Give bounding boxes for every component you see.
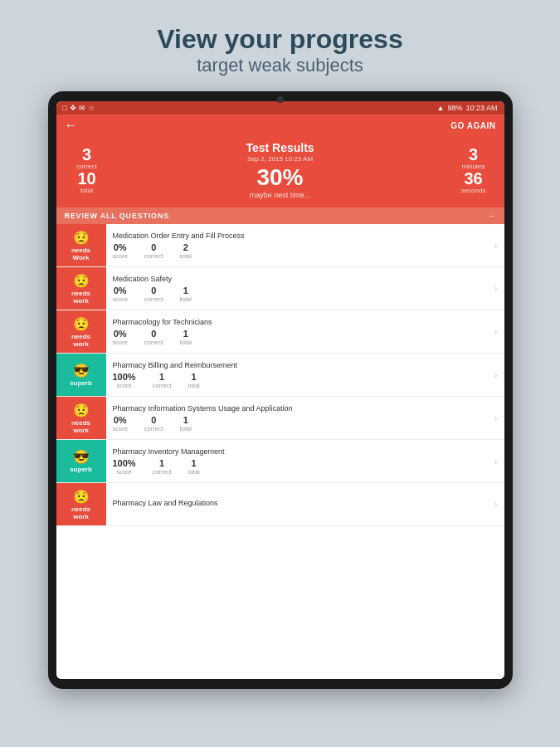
stat-total: 1 total [188,459,200,476]
test-title: Test Results [108,141,453,154]
badge-icon: 😟 [73,273,90,289]
stat-correct: 0 correct [144,286,163,303]
stat-score: 100% score [113,459,136,476]
status-icons: □ ❖ ✉ ☆ [63,104,95,112]
subject-arrow: › [488,310,504,353]
subject-badge: 😟 needswork [56,310,106,353]
stat-correct: 0 correct [144,243,163,260]
subject-badge: 😎 superb [56,354,106,396]
stat-total: 1 total [180,330,192,346]
badge-icon: 😎 [73,449,90,465]
subject-badge: 😟 needswork [56,267,106,310]
status-icon-3: ✉ [79,104,85,112]
tablet-camera [277,96,284,103]
list-item[interactable]: 😟 needswork Pharmacology for Technicians… [56,310,504,354]
back-button[interactable]: ← [65,118,78,133]
subject-arrow: › [488,224,504,266]
correct-side: 3 correct 10 total [66,146,108,194]
list-item[interactable]: 😎 superb Pharmacy Billing and Reimbursem… [56,354,504,397]
subject-content: Pharmacy Information Systems Usage and A… [106,397,488,439]
review-bar[interactable]: REVIEW ALL QUESTIONS → [56,208,504,224]
stat-correct: 0 correct [144,416,163,432]
stat-correct: 0 correct [144,330,163,346]
status-icon-2: ❖ [70,104,76,112]
subject-stats: 0% score 0 correct 2 total [113,243,481,260]
subject-content: Pharmacology for Technicians 0% score 0 … [106,310,488,353]
status-icon-4: ☆ [88,104,95,112]
header-line2: target weak subjects [157,55,402,76]
minutes-label: minutes [453,163,494,170]
total-count: 10 [66,170,108,187]
subject-badge: 😎 superb [56,440,106,482]
subject-stats: 0% score 0 correct 1 total [113,330,481,346]
go-again-button[interactable]: GO AGAIN [450,121,495,130]
subject-name: Medication Order Entry and Fill Process [113,232,481,240]
status-icon-1: □ [63,104,67,112]
list-item[interactable]: 😟 needswork Pharmacy Information Systems… [56,397,504,440]
header-line1: View your progress [157,23,402,55]
minutes-count: 3 [453,146,494,163]
score-tagline: maybe next time... [108,191,453,199]
list-item[interactable]: 😟 needswork Pharmacy Law and Regulations… [56,483,504,526]
stat-score: 0% score [113,286,128,303]
subject-arrow: › [488,483,504,525]
list-item[interactable]: 😟 needsWork Medication Order Entry and F… [56,224,504,267]
subject-badge: 😟 needswork [56,397,106,439]
subject-content: Pharmacy Law and Regulations [106,483,488,525]
stat-correct: 1 correct [153,373,172,389]
subject-arrow: › [488,354,504,396]
subject-content: Pharmacy Billing and Reimbursement 100% … [106,354,488,396]
subject-list: 😟 needsWork Medication Order Entry and F… [56,224,504,679]
subject-arrow: › [488,397,504,439]
correct-count: 3 [66,146,108,163]
stat-score: 100% score [113,373,136,389]
subject-badge: 😟 needswork [56,483,106,525]
score-section: 3 correct 10 total Test Results Sep 2, 2… [56,138,504,208]
list-item[interactable]: 😎 superb Pharmacy Inventory Management 1… [56,440,504,483]
current-time: 10:23 AM [465,104,497,112]
battery-level: 98% [447,104,462,112]
subject-name: Pharmacology for Technicians [113,318,481,326]
subject-arrow: › [488,267,504,310]
badge-icon: 😎 [73,363,90,378]
badge-icon: 😟 [73,489,90,505]
review-arrow: → [488,212,496,220]
subject-badge: 😟 needsWork [56,224,106,266]
badge-icon: 😟 [73,316,90,332]
total-label: total [66,187,108,194]
subject-name: Pharmacy Billing and Reimbursement [113,361,481,369]
subject-content: Pharmacy Inventory Management 100% score… [106,440,488,482]
subject-stats: 100% score 1 correct 1 total [113,373,481,389]
seconds-count: 36 [453,170,494,187]
subject-arrow: › [488,440,504,482]
tablet-screen: □ ❖ ✉ ☆ ▲ 98% 10:23 AM ← GO AGAIN 3 corr… [56,101,504,679]
badge-icon: 😟 [73,230,90,246]
status-bar: □ ❖ ✉ ☆ ▲ 98% 10:23 AM [56,101,504,115]
subject-name: Pharmacy Law and Regulations [113,499,481,507]
stat-score: 0% score [113,243,128,260]
tablet-frame: □ ❖ ✉ ☆ ▲ 98% 10:23 AM ← GO AGAIN 3 corr… [48,91,513,689]
stat-correct: 1 correct [153,459,172,476]
seconds-label: seconds [453,187,494,194]
wifi-icon: ▲ [437,104,445,112]
subject-content: Medication Order Entry and Fill Process … [106,224,488,266]
page-header: View your progress target weak subjects [140,0,419,91]
list-item[interactable]: 😟 needswork Medication Safety 0% score 0… [56,267,504,310]
subject-content: Medication Safety 0% score 0 correct 1 t… [106,267,488,310]
time-side: 3 minutes 36 seconds [453,146,494,194]
score-center: Test Results Sep 2, 2015 10:23 AM 30% ma… [108,141,453,199]
subject-stats: 0% score 0 correct 1 total [113,286,481,303]
stat-total: 2 total [180,243,192,260]
subject-stats: 100% score 1 correct 1 total [113,459,481,476]
subject-stats: 0% score 0 correct 1 total [113,416,481,432]
correct-label: correct [66,163,108,170]
subject-name: Pharmacy Inventory Management [113,447,481,456]
stat-total: 1 total [180,286,192,303]
score-percent: 30% [108,166,453,189]
status-right: ▲ 98% 10:23 AM [437,104,498,112]
stat-total: 1 total [180,416,192,432]
review-label: REVIEW ALL QUESTIONS [65,212,170,220]
app-header: ← GO AGAIN [56,115,504,138]
test-date: Sep 2, 2015 10:23 AM [108,155,453,163]
subject-name: Pharmacy Information Systems Usage and A… [113,404,481,413]
